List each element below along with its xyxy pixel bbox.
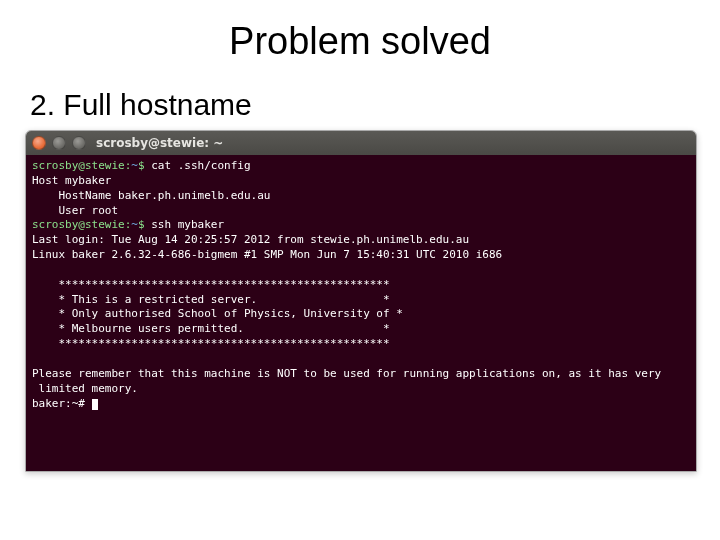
cursor-icon [92, 399, 98, 410]
output-line: Linux baker 2.6.32-4-686-bigmem #1 SMP M… [32, 248, 502, 261]
window-titlebar: scrosby@stewie: ~ [26, 131, 696, 155]
command-text: ssh mybaker [151, 218, 224, 231]
slide: Problem solved 2. Full hostname scrosby@… [0, 0, 720, 540]
prompt-path: ~ [131, 159, 138, 172]
banner-line: * Melbourne users permitted. * [32, 322, 390, 335]
close-icon[interactable] [32, 136, 46, 150]
prompt-user: scrosby@stewie [32, 218, 125, 231]
banner-line: * Only authorised School of Physics, Uni… [32, 307, 403, 320]
slide-subtitle: 2. Full hostname [30, 88, 695, 122]
output-line: HostName baker.ph.unimelb.edu.au [32, 189, 270, 202]
slide-title: Problem solved [25, 20, 695, 63]
output-line: Host mybaker [32, 174, 111, 187]
window-title: scrosby@stewie: ~ [96, 136, 223, 150]
terminal-window: scrosby@stewie: ~ scrosby@stewie:~$ cat … [25, 130, 697, 472]
notice-line: limited memory. [32, 382, 138, 395]
terminal-body[interactable]: scrosby@stewie:~$ cat .ssh/config Host m… [26, 155, 696, 471]
output-line: User root [32, 204, 118, 217]
command-text: cat .ssh/config [151, 159, 250, 172]
maximize-icon[interactable] [72, 136, 86, 150]
banner-line: * This is a restricted server. * [32, 293, 390, 306]
notice-line: Please remember that this machine is NOT… [32, 367, 661, 380]
remote-prompt: baker:~# [32, 397, 85, 410]
minimize-icon[interactable] [52, 136, 66, 150]
banner-line: ****************************************… [32, 278, 390, 291]
prompt-user: scrosby@stewie [32, 159, 125, 172]
banner-line: ****************************************… [32, 337, 390, 350]
output-line: Last login: Tue Aug 14 20:25:57 2012 fro… [32, 233, 469, 246]
prompt-path: ~ [131, 218, 138, 231]
